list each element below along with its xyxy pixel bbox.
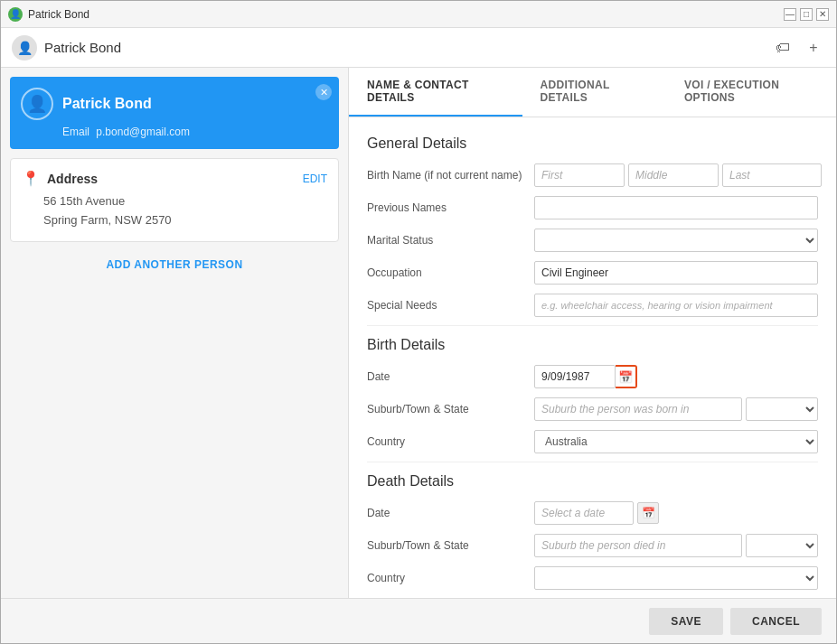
tab-voi[interactable]: VOI / EXECUTION OPTIONS: [666, 68, 836, 117]
birth-date-controls: 📅: [534, 365, 818, 388]
address-card-title: 📍 Address: [22, 170, 98, 187]
tabs: NAME & CONTACT DETAILS ADDITIONAL DETAIL…: [349, 68, 836, 117]
general-details-title: General Details: [367, 135, 818, 152]
birth-date-row: Date 📅: [367, 364, 818, 389]
address-card: 📍 Address EDIT 56 15th Avenue Spring Far…: [10, 158, 339, 242]
person-card-close[interactable]: ✕: [315, 84, 332, 100]
header-bar: 👤 Patrick Bond 🏷 +: [1, 28, 836, 68]
person-card-name: Patrick Bond: [62, 96, 152, 112]
window-title: Patrick Bond: [28, 8, 89, 21]
person-card-icon: 👤: [21, 88, 53, 120]
title-bar-left: 👤 Patrick Bond: [8, 7, 89, 22]
birth-suburb-input[interactable]: [534, 397, 742, 421]
person-card: ✕ 👤 Patrick Bond Email p.bond@gmail.com: [10, 77, 339, 149]
birth-name-last-input[interactable]: [722, 163, 822, 187]
maximize-button[interactable]: □: [800, 8, 813, 21]
address-lines: 56 15th Avenue Spring Farm, NSW 2570: [22, 192, 327, 230]
death-country-select[interactable]: Australia New Zealand United Kingdom: [534, 566, 818, 590]
birth-suburb-row: Suburb/Town & State NSW VIC QLD WA SA TA…: [367, 397, 818, 422]
previous-names-label: Previous Names: [367, 201, 534, 214]
birth-date-label: Date: [367, 370, 534, 383]
birth-state-select[interactable]: NSW VIC QLD WA SA TAS ACT NT: [746, 397, 818, 421]
death-country-label: Country: [367, 572, 534, 584]
app-icon: 👤: [8, 7, 23, 22]
special-needs-input[interactable]: [534, 294, 818, 317]
birth-name-first-input[interactable]: [534, 163, 625, 187]
birth-country-controls: Australia New Zealand United Kingdom Uni…: [534, 430, 818, 453]
death-date-controls: Select a date 📅: [534, 501, 818, 525]
marital-status-row: Marital Status Single Married Divorced W…: [367, 228, 818, 253]
marital-status-select[interactable]: Single Married Divorced Widowed: [534, 229, 818, 252]
main-window: 👤 Patrick Bond — □ ✕ 👤 Patrick Bond 🏷 + …: [0, 0, 837, 644]
birth-date-calendar-button[interactable]: 📅: [616, 365, 637, 388]
death-country-row: Country Australia New Zealand United Kin…: [367, 565, 818, 591]
birth-name-middle-input[interactable]: [628, 163, 719, 187]
address-title-text: Address: [47, 172, 98, 186]
title-bar-controls: — □ ✕: [784, 8, 829, 21]
address-line2: Spring Farm, NSW 2570: [43, 211, 327, 230]
header-person-name: Patrick Bond: [44, 40, 121, 55]
location-icon: 📍: [22, 170, 40, 187]
birth-name-label: Birth Name (if not current name): [367, 169, 534, 182]
birth-date-wrapper: 📅: [534, 365, 637, 388]
birth-divider: [367, 462, 818, 462]
death-suburb-label: Suburb/Town & State: [367, 539, 534, 552]
right-panel: NAME & CONTACT DETAILS ADDITIONAL DETAIL…: [349, 68, 836, 598]
email-value: p.bond@gmail.com: [96, 126, 190, 138]
email-label: Email: [62, 126, 89, 138]
previous-names-input[interactable]: [534, 196, 818, 219]
birth-suburb-label: Suburb/Town & State: [367, 403, 534, 415]
minimize-button[interactable]: —: [784, 8, 796, 21]
tab-name-contact[interactable]: NAME & CONTACT DETAILS: [349, 68, 522, 117]
tag-button[interactable]: 🏷: [771, 36, 795, 60]
birth-country-select[interactable]: Australia New Zealand United Kingdom Uni…: [534, 430, 818, 453]
address-line1: 56 15th Avenue: [43, 192, 327, 211]
birth-country-row: Country Australia New Zealand United Kin…: [367, 429, 818, 454]
death-suburb-row: Suburb/Town & State NSW VIC QLD WA SA TA…: [367, 533, 818, 558]
cancel-button[interactable]: CANCEL: [730, 608, 822, 635]
death-details-title: Death Details: [367, 473, 818, 490]
marital-status-label: Marital Status: [367, 234, 534, 247]
birth-name-controls: [534, 163, 822, 187]
death-suburb-input[interactable]: [534, 534, 742, 557]
general-divider: [367, 325, 818, 326]
marital-status-controls: Single Married Divorced Widowed: [534, 229, 818, 252]
occupation-row: Occupation: [367, 260, 818, 285]
birth-suburb-controls: NSW VIC QLD WA SA TAS ACT NT: [534, 397, 818, 421]
death-date-calendar-button[interactable]: 📅: [637, 502, 659, 524]
death-country-controls: Australia New Zealand United Kingdom: [534, 566, 818, 590]
add-another-person-button[interactable]: ADD ANOTHER PERSON: [10, 251, 339, 278]
death-date-placeholder: Select a date: [534, 501, 634, 525]
left-panel: ✕ 👤 Patrick Bond Email p.bond@gmail.com …: [1, 68, 349, 598]
special-needs-label: Special Needs: [367, 299, 534, 312]
special-needs-row: Special Needs: [367, 293, 818, 318]
birth-country-label: Country: [367, 435, 534, 448]
birth-name-row: Birth Name (if not current name): [367, 163, 818, 188]
death-date-wrapper: Select a date 📅: [534, 501, 659, 525]
close-button[interactable]: ✕: [816, 8, 829, 21]
previous-names-row: Previous Names: [367, 195, 818, 220]
death-suburb-controls: NSW VIC QLD WA SA TAS ACT NT: [534, 534, 818, 557]
death-date-label: Date: [367, 507, 534, 519]
header-left: 👤 Patrick Bond: [12, 35, 121, 61]
form-area: General Details Birth Name (if not curre…: [349, 117, 836, 598]
birth-date-input[interactable]: [534, 365, 616, 388]
header-avatar: 👤: [12, 35, 37, 61]
person-card-header: 👤 Patrick Bond: [21, 88, 328, 120]
bottom-bar: SAVE CANCEL: [1, 598, 836, 643]
address-card-header: 📍 Address EDIT: [22, 170, 327, 187]
tab-additional[interactable]: ADDITIONAL DETAILS: [522, 68, 666, 117]
add-button[interactable]: +: [802, 36, 825, 60]
death-date-row: Date Select a date 📅: [367, 500, 818, 526]
person-card-email-row: Email p.bond@gmail.com: [62, 126, 328, 138]
edit-address-link[interactable]: EDIT: [303, 173, 327, 185]
title-bar: 👤 Patrick Bond — □ ✕: [1, 1, 836, 28]
save-button[interactable]: SAVE: [649, 608, 723, 635]
main-content: ✕ 👤 Patrick Bond Email p.bond@gmail.com …: [1, 68, 836, 598]
occupation-input[interactable]: [534, 261, 818, 285]
occupation-label: Occupation: [367, 266, 534, 279]
death-state-select[interactable]: NSW VIC QLD WA SA TAS ACT NT: [746, 534, 818, 557]
previous-names-controls: [534, 196, 818, 219]
occupation-controls: [534, 261, 818, 285]
header-right: 🏷 +: [771, 36, 825, 60]
